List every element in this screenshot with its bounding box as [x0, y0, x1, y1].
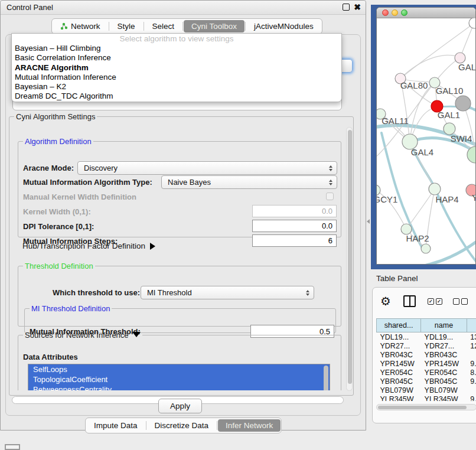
- table-cell[interactable]: [467, 386, 476, 394]
- mi-steps-field[interactable]: 6: [252, 234, 337, 247]
- dropdown-item[interactable]: ARACNE Algorithm: [12, 63, 341, 73]
- table-row[interactable]: YBL079WYBL079W: [377, 386, 476, 394]
- which-threshold-label: Which threshold to use:: [53, 288, 140, 297]
- node-label: GAL10: [436, 86, 464, 96]
- column-header[interactable]: shared...: [377, 319, 421, 332]
- table-cell[interactable]: YDR27...: [377, 341, 421, 350]
- dropdown-item[interactable]: Bayesian – K2: [12, 82, 341, 92]
- expand-right-icon[interactable]: [150, 243, 155, 250]
- close-panel-icon[interactable]: ✖: [354, 3, 361, 11]
- manual-kernel-checkbox[interactable]: [326, 193, 334, 200]
- network-window-titlebar[interactable]: [377, 8, 475, 18]
- dropdown-item[interactable]: Bayesian – Hill Climbing: [12, 44, 341, 53]
- table-cell[interactable]: YBR045C: [421, 377, 467, 386]
- kernel-width-field[interactable]: 0.0: [252, 205, 337, 217]
- network-window[interactable]: GALGAL80GAL10GAL1GAL11SWI4GAL4GCY1HAP4YH…: [376, 7, 476, 265]
- which-threshold-combo[interactable]: MI Threshold: [141, 286, 314, 299]
- table-row[interactable]: YBR045CYBR045C9.: [377, 377, 476, 386]
- sources-group: Sources for Network Inference Data Attri…: [18, 331, 341, 390]
- table-cell[interactable]: YLR345W: [377, 394, 421, 401]
- network-node[interactable]: [421, 244, 431, 253]
- table-hscrollbar-thumb[interactable]: [378, 406, 467, 409]
- table-hscrollbar[interactable]: [376, 404, 476, 410]
- tab-style[interactable]: Style: [110, 20, 143, 32]
- table-row[interactable]: YPR145WYPR145W9.: [377, 359, 476, 368]
- table-cell[interactable]: 9.: [467, 377, 476, 386]
- table-cell[interactable]: [467, 350, 476, 359]
- table-cell[interactable]: 13: [467, 332, 476, 342]
- tab-impute-data[interactable]: Impute Data: [86, 419, 145, 432]
- table-row[interactable]: YDR27...YDR27...12: [377, 341, 476, 350]
- zoom-window-icon[interactable]: [401, 9, 407, 16]
- table-cell[interactable]: 8.: [467, 368, 476, 377]
- collapse-down-icon[interactable]: [132, 332, 141, 337]
- tab-select[interactable]: Select: [145, 20, 182, 32]
- dropdown-item[interactable]: Basic Correlation Inference: [12, 53, 341, 63]
- table-cell[interactable]: YDL19...: [421, 332, 467, 342]
- table-cell[interactable]: YBL079W: [421, 386, 467, 394]
- table-cell[interactable]: YBR045C: [377, 377, 421, 386]
- column-header[interactable]: name: [421, 319, 467, 332]
- tab-network[interactable]: Network: [53, 20, 108, 32]
- hub-definition-expander[interactable]: Hub/Transcription Factor Definition: [22, 242, 155, 250]
- table-cell[interactable]: YPR145W: [377, 359, 421, 368]
- network-node-hap4[interactable]: [429, 183, 441, 195]
- table-cell[interactable]: YBL079W: [377, 386, 421, 394]
- table-row[interactable]: YDL19...YDL19...13: [377, 332, 476, 342]
- mi-type-combo[interactable]: Naive Bayes: [161, 175, 337, 189]
- network-node-swi4[interactable]: [444, 123, 455, 135]
- attribute-item[interactable]: SelfLoops: [28, 364, 330, 374]
- attribute-item[interactable]: TopologicalCoefficient: [28, 374, 330, 384]
- network-edge[interactable]: [377, 58, 460, 159]
- show-selected-checkboxes[interactable]: ✓✓: [428, 298, 442, 305]
- mi-type-label: Mutual Information Algorithm Type:: [23, 178, 152, 187]
- table-cell[interactable]: YPR145W: [421, 359, 467, 368]
- network-edge[interactable]: [410, 83, 435, 142]
- dropdown-item[interactable]: Mutual Information Inference: [12, 73, 341, 82]
- table-cell[interactable]: YLR345W: [421, 394, 467, 401]
- table-cell[interactable]: 12: [467, 341, 476, 350]
- table-cell[interactable]: YDL19...: [377, 332, 421, 342]
- network-edge[interactable]: [406, 189, 435, 229]
- table-cell[interactable]: YBR043C: [421, 350, 467, 359]
- network-edge[interactable]: [400, 55, 460, 79]
- table-cell[interactable]: YER054C: [377, 368, 421, 377]
- minimized-window-fragment[interactable]: [5, 444, 20, 450]
- aracne-mode-combo[interactable]: Discovery: [77, 161, 337, 175]
- attributes-vscrollbar-thumb[interactable]: [324, 366, 328, 390]
- column-header[interactable]: [467, 319, 476, 332]
- table-row[interactable]: YER054CYER054C8.: [377, 368, 476, 377]
- split-collapse-handle[interactable]: [367, 219, 370, 224]
- table-row[interactable]: YBR043CYBR043C: [377, 350, 476, 359]
- table-cell[interactable]: 9.: [467, 359, 476, 368]
- apply-button[interactable]: Apply: [158, 399, 202, 413]
- table-cell[interactable]: YBR043C: [377, 350, 421, 359]
- float-window-icon[interactable]: [343, 4, 350, 11]
- hub-definition-label: Hub/Transcription Factor Definition: [22, 242, 145, 250]
- minimize-window-icon[interactable]: [392, 9, 398, 16]
- dpi-tolerance-field[interactable]: 0.0: [252, 220, 337, 232]
- tab-cyni-toolbox[interactable]: Cyni Toolbox: [184, 20, 244, 32]
- hide-selected-checkboxes[interactable]: [453, 298, 468, 305]
- attribute-item[interactable]: BetweennessCentrality: [28, 384, 330, 390]
- control-panel-titlebar[interactable]: Control Panel ✖: [1, 1, 366, 15]
- columns-icon[interactable]: [403, 295, 416, 307]
- control-panel-title: Control Panel: [6, 3, 53, 12]
- table-cell[interactable]: 9.: [467, 394, 476, 401]
- settings-vscrollbar[interactable]: [346, 127, 353, 391]
- table-cell[interactable]: YDR27...: [421, 341, 467, 350]
- tab-jactivemnodules[interactable]: jActiveMNodules: [246, 20, 321, 32]
- tab-infer-network[interactable]: Infer Network: [218, 419, 281, 432]
- dropdown-item[interactable]: Dream8 DC_TDC Algorithm: [12, 92, 341, 101]
- network-node[interactable]: [455, 96, 471, 111]
- table-row[interactable]: YLR345WYLR345W9.: [377, 394, 476, 401]
- tab-label: Select: [152, 22, 175, 31]
- network-canvas[interactable]: GALGAL80GAL10GAL1GAL11SWI4GAL4GCY1HAP4YH…: [377, 18, 476, 265]
- aracne-mode-label: Aracne Mode:: [23, 164, 74, 172]
- close-window-icon[interactable]: [382, 9, 389, 16]
- network-node[interactable]: [469, 18, 476, 28]
- table-cell[interactable]: YER054C: [421, 368, 467, 377]
- tab-discretize-data[interactable]: Discretize Data: [147, 419, 217, 432]
- settings-vscrollbar-thumb[interactable]: [348, 130, 352, 384]
- gear-icon[interactable]: ⚙: [380, 295, 391, 307]
